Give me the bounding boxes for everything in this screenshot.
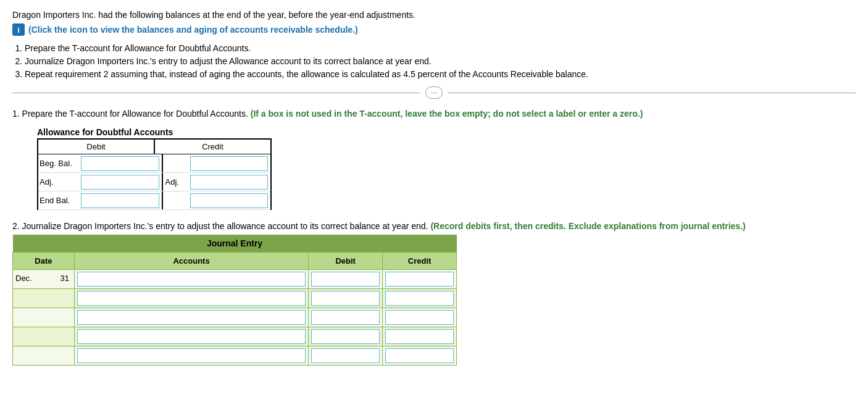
credit-input-2[interactable]: [385, 291, 454, 306]
credit-input-4[interactable]: [385, 329, 454, 344]
date-cell-5: [13, 346, 75, 366]
journal-row-2: [13, 289, 457, 308]
t-account-header: Debit Credit: [38, 140, 270, 154]
date-cell-3: [13, 308, 75, 327]
accounts-input-5[interactable]: [77, 348, 306, 363]
beg-bal-debit-cell[interactable]: [78, 155, 162, 172]
beg-bal-debit-input[interactable]: [81, 156, 159, 171]
date-month-1: Dec.: [15, 274, 32, 283]
credit-input-1[interactable]: [385, 272, 454, 287]
section2: 2. Journalize Dragon Importers Inc.'s en…: [12, 221, 856, 366]
end-bal-debit-cell[interactable]: [78, 192, 162, 209]
t-account-row-begbal: Beg. Bal.: [38, 154, 270, 173]
divider-dots: ···: [425, 86, 443, 99]
section1-title: 1. Prepare the T-account for Allowance f…: [12, 109, 856, 119]
credit-input-5[interactable]: [385, 348, 454, 363]
requirement-2: Journalize Dragon Importers Inc.'s entry…: [25, 56, 856, 66]
date-cell-2: [13, 289, 75, 308]
section2-title-note: (Record debits first, then credits. Excl…: [430, 221, 745, 231]
credit-cell-3[interactable]: [383, 308, 457, 327]
debit-input-4[interactable]: [311, 329, 380, 344]
journal-row-4: [13, 327, 457, 346]
accounts-cell-4[interactable]: [74, 327, 308, 346]
adj-debit-cell[interactable]: [78, 174, 162, 191]
end-bal-debit-input[interactable]: [81, 193, 159, 208]
t-account: Debit Credit Beg. Bal. Adj. Adj.: [37, 138, 272, 210]
accounts-input-4[interactable]: [77, 329, 306, 344]
intro-paragraph: Dragon Importers Inc. had the following …: [12, 10, 856, 20]
divider: ···: [12, 86, 856, 99]
journal-row-1: Dec. 31: [13, 270, 457, 289]
section1-title-note: (If a box is not used in the T-account, …: [251, 109, 643, 119]
t-account-row-endbal: End Bal.: [38, 191, 270, 210]
journal-title: Journal Entry: [13, 235, 457, 253]
accounts-cell-2[interactable]: [74, 289, 308, 308]
requirements-list: Prepare the T-account for Allowance for …: [25, 43, 856, 79]
accounts-cell-3[interactable]: [74, 308, 308, 327]
journal-table: Journal Entry Date Accounts Debit Credit…: [12, 235, 457, 366]
section2-title: 2. Journalize Dragon Importers Inc.'s en…: [12, 221, 856, 231]
debit-cell-3[interactable]: [309, 308, 383, 327]
debit-input-1[interactable]: [311, 272, 380, 287]
credit-cell-5[interactable]: [383, 346, 457, 366]
requirement-1: Prepare the T-account for Allowance for …: [25, 43, 856, 53]
debit-input-3[interactable]: [311, 310, 380, 325]
accounts-input-2[interactable]: [77, 291, 306, 306]
adj-debit-input[interactable]: [81, 175, 159, 190]
date-cell-4: [13, 327, 75, 346]
credit-cell-1[interactable]: [383, 270, 457, 289]
end-bal-label: End Bal.: [38, 196, 78, 205]
end-bal-credit-cell[interactable]: [188, 192, 271, 209]
journal-table-wrapper: Journal Entry Date Accounts Debit Credit…: [12, 235, 457, 366]
journal-header-row: Date Accounts Debit Credit: [13, 253, 457, 270]
accounts-input-3[interactable]: [77, 310, 306, 325]
requirement-3: Repeat requirement 2 assuming that, inst…: [25, 69, 856, 79]
journal-row-3: [13, 308, 457, 327]
info-link-text[interactable]: (Click the icon to view the balances and…: [28, 25, 358, 35]
debit-cell-1[interactable]: [309, 270, 383, 289]
date-cell-1: Dec. 31: [13, 270, 75, 289]
journal-debit-header: Debit: [309, 253, 383, 270]
beg-bal-credit-cell[interactable]: [188, 155, 271, 172]
journal-row-5: [13, 346, 457, 366]
info-icon[interactable]: i: [12, 23, 25, 36]
t-account-label: Allowance for Doubtful Accounts: [37, 127, 856, 137]
credit-input-3[interactable]: [385, 310, 454, 325]
adj-right-label: Adj.: [163, 177, 188, 187]
adj-left-label: Adj.: [38, 177, 78, 187]
credit-cell-4[interactable]: [383, 327, 457, 346]
beg-bal-credit-input[interactable]: [190, 156, 269, 171]
debit-input-5[interactable]: [311, 348, 380, 363]
credit-cell-2[interactable]: [383, 289, 457, 308]
debit-cell-4[interactable]: [309, 327, 383, 346]
t-account-row-adj: Adj. Adj.: [38, 173, 270, 191]
journal-accounts-header: Accounts: [74, 253, 308, 270]
date-day-1: 31: [60, 274, 69, 283]
journal-date-header: Date: [13, 253, 75, 270]
t-account-wrapper: Allowance for Doubtful Accounts Debit Cr…: [37, 127, 856, 210]
debit-cell-5[interactable]: [309, 346, 383, 366]
credit-header: Credit: [155, 140, 270, 154]
accounts-input-1[interactable]: [77, 272, 306, 287]
debit-header: Debit: [38, 140, 155, 154]
debit-input-2[interactable]: [311, 291, 380, 306]
journal-credit-header: Credit: [383, 253, 457, 270]
accounts-cell-5[interactable]: [74, 346, 308, 366]
accounts-cell-1[interactable]: [74, 270, 308, 289]
end-bal-credit-input[interactable]: [190, 193, 269, 208]
beg-bal-label: Beg. Bal.: [38, 159, 78, 168]
adj-credit-input[interactable]: [190, 175, 269, 190]
adj-credit-cell[interactable]: [188, 174, 271, 191]
debit-cell-2[interactable]: [309, 289, 383, 308]
info-row[interactable]: i (Click the icon to view the balances a…: [12, 23, 856, 36]
